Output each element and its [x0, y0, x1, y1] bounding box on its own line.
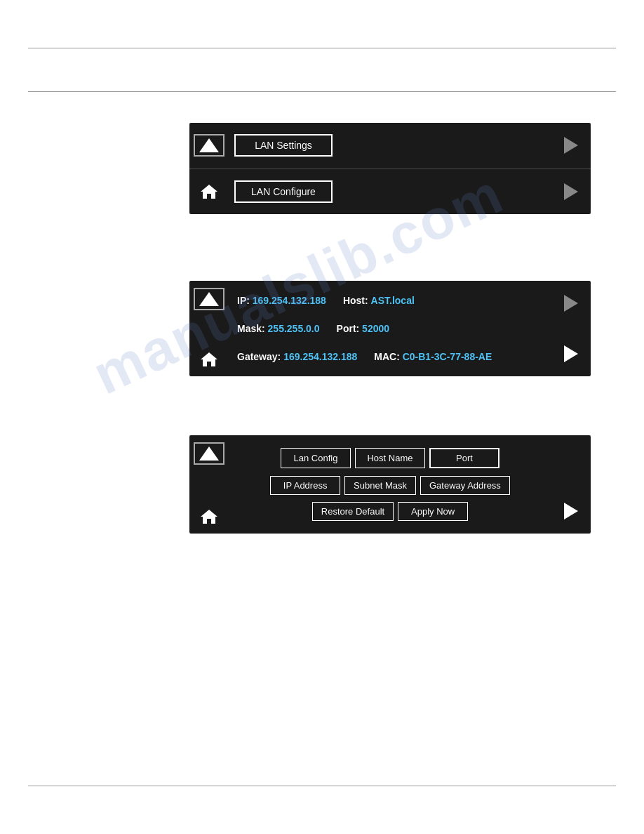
gateway-address-btn[interactable]: Gateway Address: [420, 476, 510, 495]
panel-lan-settings: LAN Settings LAN Configure: [189, 123, 591, 214]
panel-status: IP: 169.254.132.188 Host: AST.local Mask…: [189, 281, 591, 376]
restore-default-btn[interactable]: Restore Default: [312, 502, 394, 521]
port-value: 52000: [362, 323, 389, 334]
nav-right-button-1[interactable]: [551, 137, 591, 154]
host-name-btn[interactable]: Host Name: [355, 448, 425, 468]
right-arrow-icon-2: [564, 183, 578, 200]
status-right-white-icon[interactable]: [564, 345, 578, 362]
nav-up-button[interactable]: [189, 134, 229, 157]
ip-label: IP:: [237, 295, 250, 306]
status-row-ip: IP: 169.254.132.188 Host: AST.local: [237, 295, 543, 306]
mac-label: MAC:: [374, 351, 400, 362]
panel-row-2: LAN Configure: [189, 169, 591, 215]
gateway-label: Gateway:: [237, 351, 281, 362]
config-up-box[interactable]: [194, 442, 224, 465]
panel3-buttons: Lan Config Host Name Port IP Address Sub…: [229, 435, 551, 534]
panel3-inner: Lan Config Host Name Port IP Address Sub…: [189, 435, 591, 534]
panel3-right-col: [551, 435, 591, 534]
bottom-rule: [28, 786, 616, 786]
host-value: AST.local: [371, 295, 415, 306]
mask-label: Mask:: [237, 323, 265, 334]
mac-value: C0-B1-3C-77-88-AE: [403, 351, 492, 362]
home-icon-1: [199, 182, 219, 201]
config-btn-row-3: Restore Default Apply Now: [236, 502, 544, 521]
panel3-left-col: [189, 435, 229, 534]
config-right-icon[interactable]: [564, 503, 578, 519]
panel-row-1: LAN Settings: [189, 123, 591, 168]
status-up-box[interactable]: [194, 288, 224, 310]
mask-value: 255.255.0.0: [268, 323, 320, 334]
port-btn[interactable]: Port: [429, 448, 499, 468]
second-rule: [28, 91, 616, 92]
status-up-arrow: [199, 292, 219, 306]
subnet-mask-btn[interactable]: Subnet Mask: [344, 476, 416, 495]
lan-settings-button[interactable]: LAN Settings: [234, 134, 333, 157]
config-btn-row-2: IP Address Subnet Mask Gateway Address: [236, 476, 544, 495]
apply-now-btn[interactable]: Apply Now: [398, 502, 468, 521]
up-arrow-box: [194, 134, 224, 157]
lan-configure-button[interactable]: LAN Configure: [234, 180, 333, 203]
config-up-arrow: [199, 446, 219, 461]
ip-value: 169.254.132.188: [253, 295, 326, 306]
home-icon-2[interactable]: [199, 350, 219, 369]
panel-lan-config: Lan Config Host Name Port IP Address Sub…: [189, 435, 591, 534]
config-btn-row-1: Lan Config Host Name Port: [236, 448, 544, 468]
panel2-right-col: [551, 281, 591, 376]
panel2-left-col: [189, 281, 229, 376]
lan-config-btn[interactable]: Lan Config: [281, 448, 351, 468]
ip-address-btn[interactable]: IP Address: [270, 476, 340, 495]
up-arrow-icon: [199, 138, 219, 152]
status-row-gateway: Gateway: 169.254.132.188 MAC: C0-B1-3C-7…: [237, 351, 543, 362]
panel2-content: IP: 169.254.132.188 Host: AST.local Mask…: [229, 281, 551, 376]
host-label: Host:: [343, 295, 368, 306]
right-arrow-icon-1: [564, 137, 578, 154]
status-right-gray-icon[interactable]: [564, 295, 578, 312]
gateway-value: 169.254.132.188: [283, 351, 357, 362]
status-row-mask: Mask: 255.255.0.0 Port: 52000: [237, 323, 543, 334]
home-button-1[interactable]: [189, 182, 229, 201]
panel2-inner: IP: 169.254.132.188 Host: AST.local Mask…: [189, 281, 591, 376]
nav-right-button-2[interactable]: [551, 183, 591, 200]
port-label: Port:: [337, 323, 360, 334]
top-rule: [28, 48, 616, 48]
home-icon-3[interactable]: [199, 507, 219, 527]
